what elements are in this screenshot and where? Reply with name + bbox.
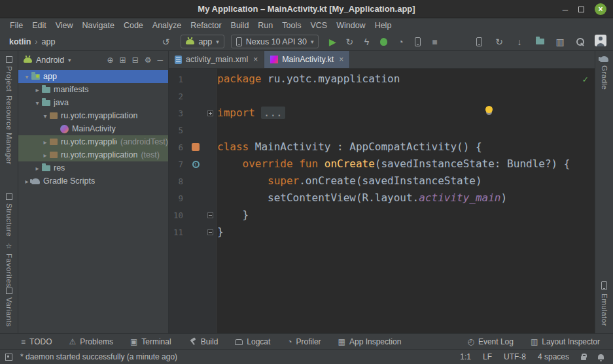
notifications-icon[interactable] xyxy=(598,354,604,359)
apply-changes-icon[interactable]: ↻ xyxy=(343,37,355,47)
line-number[interactable]: 5 xyxy=(169,125,187,135)
fold-marker-icon[interactable] xyxy=(207,229,213,235)
device-manager-icon[interactable] xyxy=(473,37,485,46)
gutter[interactable] xyxy=(187,139,204,156)
tool-button-build-variants[interactable]: Variants xyxy=(0,288,18,327)
tool-button-app-inspection[interactable]: ▦App Inspection xyxy=(338,337,402,346)
fold-gutter[interactable] xyxy=(204,105,216,122)
stop-button[interactable]: ■ xyxy=(429,37,440,47)
menu-view[interactable]: View xyxy=(51,21,78,30)
search-button[interactable] xyxy=(574,37,586,46)
menu-run[interactable]: Run xyxy=(253,21,277,30)
expand-all-icon[interactable]: ⊞ xyxy=(120,56,126,65)
tool-button-emulator[interactable]: Emulator xyxy=(595,281,613,326)
code-line[interactable]: 11 } xyxy=(169,223,595,240)
tool-button-favorites[interactable]: ☆Favorites xyxy=(0,242,18,288)
fold-gutter[interactable] xyxy=(204,88,216,105)
tree-item-manifests[interactable]: ▸ manifests xyxy=(18,83,168,96)
debug-button[interactable] xyxy=(377,38,389,46)
menu-analyze[interactable]: Analyze xyxy=(148,21,186,30)
fold-gutter[interactable] xyxy=(204,223,216,240)
tool-button-resource-manager[interactable]: Resource Manager xyxy=(0,95,18,165)
chevron-right-icon[interactable]: ▸ xyxy=(33,165,42,172)
chevron-right-icon[interactable]: ▸ xyxy=(41,152,50,159)
fold-gutter[interactable] xyxy=(204,139,216,156)
gutter[interactable] xyxy=(187,71,204,88)
profile-avatar[interactable] xyxy=(595,35,606,48)
code-editor[interactable]: 1 package ru.yotc.myapplication 2 3 impo… xyxy=(169,69,595,333)
menu-edit[interactable]: Edit xyxy=(27,21,51,30)
tree-item-mainactivity[interactable]: MainActivity xyxy=(18,122,168,135)
line-number[interactable]: 3 xyxy=(169,108,187,118)
fold-gutter[interactable] xyxy=(204,71,216,88)
chevron-down-icon[interactable]: ▾ xyxy=(22,73,31,80)
tool-button-gradle[interactable]: Gradle xyxy=(595,56,613,90)
gutter[interactable] xyxy=(187,223,204,240)
attach-debugger-icon[interactable] xyxy=(412,37,423,46)
close-icon[interactable]: × xyxy=(339,55,343,64)
folded-imports[interactable]: ... xyxy=(261,107,285,119)
breadcrumb-item[interactable]: app xyxy=(42,37,56,46)
code-line[interactable]: 10 } xyxy=(169,207,595,223)
fold-marker-icon[interactable] xyxy=(207,212,213,218)
tree-item-res[interactable]: ▸ res xyxy=(18,161,168,174)
tree-item-gradle-scripts[interactable]: ▸ Gradle Scripts xyxy=(18,174,168,188)
hide-panel-icon[interactable]: ─ xyxy=(157,56,163,65)
line-number[interactable]: 2 xyxy=(169,91,187,101)
tool-button-layout-inspector[interactable]: ▥Layout Inspector xyxy=(531,337,600,346)
override-method-gutter-icon[interactable] xyxy=(192,161,200,168)
line-number[interactable]: 10 xyxy=(169,210,187,220)
gutter[interactable] xyxy=(187,207,204,223)
tool-button-terminal[interactable]: ▣Terminal xyxy=(130,337,171,346)
run-button[interactable]: ▶ xyxy=(326,37,338,47)
gutter[interactable] xyxy=(187,105,204,122)
sync-icon[interactable]: ↺ xyxy=(160,37,171,47)
caret-position[interactable]: 1:1 xyxy=(460,352,471,361)
menu-refactor[interactable]: Refactor xyxy=(186,21,226,30)
code-line[interactable]: 2 xyxy=(169,88,595,105)
tab-activity-main-xml[interactable]: activity_main.xml × xyxy=(169,51,264,68)
line-number[interactable]: 6 xyxy=(169,142,187,152)
close-button[interactable]: × xyxy=(595,3,606,15)
tool-button-problems[interactable]: ⚠Problems xyxy=(69,337,113,346)
device-file-explorer-icon[interactable] xyxy=(534,39,546,44)
breadcrumb-module[interactable]: kotlin xyxy=(9,37,31,46)
gutter[interactable] xyxy=(187,173,204,190)
fold-gutter[interactable] xyxy=(204,173,216,190)
tool-button-todo[interactable]: ≡TODO xyxy=(21,337,52,346)
menu-tools[interactable]: Tools xyxy=(277,21,306,30)
chevron-right-icon[interactable]: ▸ xyxy=(33,86,42,93)
gutter[interactable] xyxy=(187,122,204,139)
android-activity-gutter-icon[interactable] xyxy=(192,143,200,151)
menu-window[interactable]: Window xyxy=(332,21,370,30)
line-number[interactable]: 7 xyxy=(169,159,187,169)
device-select[interactable]: Nexus 10 API 30 ▾ xyxy=(231,35,319,48)
chevron-right-icon[interactable]: ▸ xyxy=(41,139,50,146)
tree-item-package-main[interactable]: ▾ ru.yotc.myapplication xyxy=(18,109,168,122)
code-line[interactable]: 9 setContentView(R.layout.activity_main) xyxy=(169,190,595,207)
titlebar[interactable]: My Application – MainActivity.kt [My_App… xyxy=(0,0,613,18)
fold-gutter[interactable] xyxy=(204,190,216,207)
code-line[interactable]: 1 package ru.yotc.myapplication xyxy=(169,71,595,88)
menu-build[interactable]: Build xyxy=(226,21,254,30)
tab-mainactivity-kt[interactable]: MainActivity.kt × xyxy=(264,51,350,68)
tool-button-logcat[interactable]: Logcat xyxy=(235,337,270,346)
line-number[interactable]: 11 xyxy=(169,227,187,237)
gutter[interactable] xyxy=(187,190,204,207)
lock-icon[interactable] xyxy=(581,356,586,360)
line-separator[interactable]: LF xyxy=(483,352,492,361)
chevron-down-icon[interactable]: ▾ xyxy=(33,99,42,107)
fold-gutter[interactable] xyxy=(204,122,216,139)
gear-icon[interactable]: ⚙ xyxy=(145,56,152,65)
inspections-ok-icon[interactable]: ✓ xyxy=(583,74,588,84)
profile-button[interactable]: ◔ xyxy=(394,37,406,47)
collapse-all-icon[interactable]: ⊟ xyxy=(132,56,139,65)
line-number[interactable]: 9 xyxy=(169,193,187,203)
menu-navigate[interactable]: Navigate xyxy=(78,21,119,30)
code-line[interactable]: 7 override fun onCreate(savedInstanceSta… xyxy=(169,156,595,173)
gutter[interactable] xyxy=(187,88,204,105)
gutter[interactable] xyxy=(187,156,204,173)
tree-item-package-test[interactable]: ▸ ru.yotc.myapplication (test) xyxy=(18,148,168,161)
tool-button-build[interactable]: Build xyxy=(188,337,219,346)
tool-window-switcher-icon[interactable] xyxy=(5,354,12,361)
